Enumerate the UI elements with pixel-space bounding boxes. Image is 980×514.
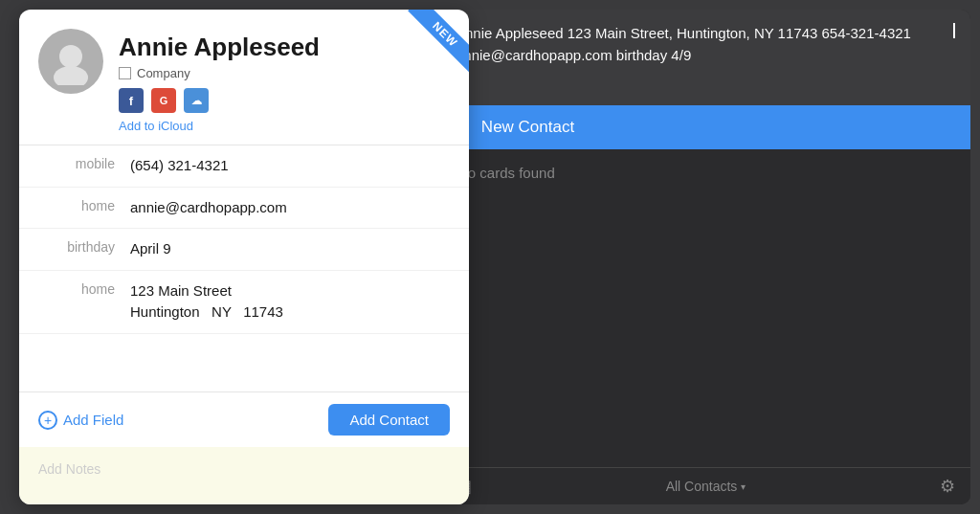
no-cards-message: No cards found (440, 149, 970, 196)
card-actions: + Add Field Add Contact (19, 391, 469, 447)
svg-point-1 (54, 66, 88, 85)
add-to-icloud-link[interactable]: Add to iCloud (119, 119, 450, 133)
new-badge-label: NEW (408, 10, 469, 72)
add-field-label: Add Field (63, 412, 123, 428)
search-bar[interactable]: Annie Appleseed 123 Main Street, Hunting… (440, 10, 970, 105)
social-icons: f G ☁ (119, 88, 450, 113)
field-row-birthday: birthday April 9 (19, 229, 469, 271)
field-value-birthday[interactable]: April 9 (130, 238, 171, 260)
notes-area[interactable]: Add Notes (19, 447, 469, 504)
add-field-button[interactable]: + Add Field (38, 411, 123, 430)
contact-card: NEW Annie Appleseed Company f G ☁ Add to… (19, 10, 469, 504)
add-contact-button[interactable]: Add Contact (328, 404, 450, 436)
avatar (38, 29, 103, 94)
all-contacts-label: All Contacts (666, 479, 738, 494)
icloud-icon[interactable]: ☁ (184, 88, 209, 113)
add-field-plus-icon: + (38, 411, 57, 430)
all-contacts-button[interactable]: All Contacts ▾ (666, 479, 746, 494)
svg-point-0 (59, 45, 82, 68)
field-value-email[interactable]: annie@cardhopapp.com (130, 197, 287, 219)
field-value-mobile[interactable]: (654) 321-4321 (130, 155, 229, 177)
company-checkbox[interactable] (119, 67, 131, 79)
field-row-address: home 123 Main StreetHuntington NY 11743 (19, 271, 469, 334)
field-label-email: home (38, 197, 115, 213)
fields-area: mobile (654) 321-4321 home annie@cardhop… (19, 145, 469, 391)
google-icon[interactable]: G (151, 88, 176, 113)
company-label: Company (137, 66, 190, 80)
new-contact-label: New Contact (481, 118, 574, 137)
search-input-text[interactable]: Annie Appleseed 123 Main Street, Hunting… (456, 23, 952, 66)
avatar-svg (47, 37, 95, 85)
facebook-icon[interactable]: f (119, 88, 144, 113)
field-label-birthday: birthday (38, 238, 115, 255)
field-row-mobile: mobile (654) 321-4321 (19, 145, 469, 188)
dark-panel: Annie Appleseed 123 Main Street, Hunting… (440, 10, 970, 504)
new-badge: NEW (392, 10, 469, 86)
field-row-email: home annie@cardhopapp.com (19, 188, 469, 230)
dark-bottom-bar: ▤ All Contacts ▾ ⚙ (440, 467, 970, 504)
new-contact-row[interactable]: + New Contact (440, 105, 970, 149)
notes-placeholder: Add Notes (38, 461, 100, 477)
chevron-down-icon: ▾ (741, 481, 746, 492)
cursor (953, 23, 955, 38)
field-label-mobile: mobile (38, 155, 115, 171)
field-label-address: home (38, 280, 115, 297)
gear-icon[interactable]: ⚙ (940, 476, 955, 497)
field-value-address[interactable]: 123 Main StreetHuntington NY 11743 (130, 280, 283, 324)
